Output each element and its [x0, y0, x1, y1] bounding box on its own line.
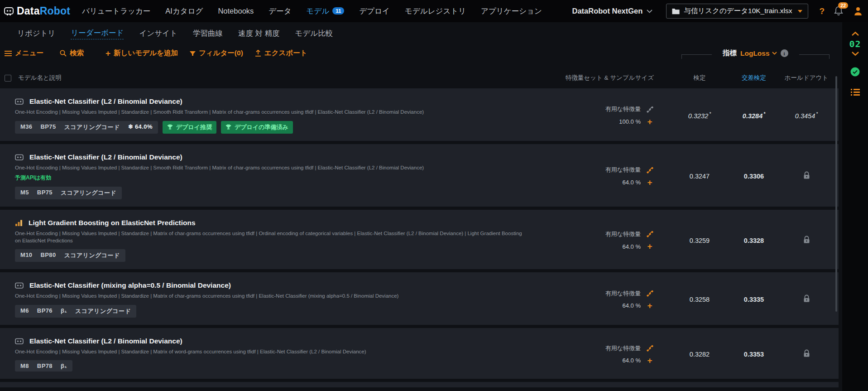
- top-navigation-bar: DataRobot バリュートラッカー AIカタログ Notebooks データ…: [0, 0, 868, 22]
- nav-notebooks[interactable]: Notebooks: [218, 7, 254, 15]
- metric-selector[interactable]: LogLoss: [740, 49, 777, 58]
- model-title: Elastic-Net Classifier (L2 / Binomial De…: [29, 337, 182, 345]
- filter-button[interactable]: フィルター(0): [190, 48, 243, 58]
- model-row[interactable]: Elastic-Net Classifier (L2 / Binomial De…: [0, 144, 839, 207]
- worker-decrease-icon[interactable]: [851, 51, 859, 56]
- tab-insights[interactable]: インサイト: [139, 29, 177, 39]
- model-tags-pill: M36BP75スコアリングコード❄ 64.0%: [15, 121, 158, 134]
- featurelist-branch-icon[interactable]: [647, 167, 653, 174]
- nav-data[interactable]: データ: [269, 6, 291, 16]
- robot-logo-icon: [4, 6, 14, 16]
- pill-item: M6: [20, 307, 29, 315]
- project-name: 与信リスクのデータ10K_train.xlsx: [684, 6, 792, 16]
- featurelist-name[interactable]: 有用な特徴量: [605, 164, 641, 176]
- cross-validation-score: 0.3335: [734, 296, 774, 303]
- metric-label: 指標: [723, 48, 737, 58]
- export-button[interactable]: エクスポート: [255, 48, 307, 58]
- holdout-column-bracket: [799, 54, 830, 59]
- nav-models[interactable]: モデル11: [307, 6, 345, 16]
- model-title: Elastic-Net Classifier (L2 / Binomial De…: [29, 97, 182, 106]
- featurelist-name[interactable]: 有用な特徴量: [605, 287, 641, 299]
- featurelist-branch-icon[interactable]: [647, 290, 653, 297]
- leaderboard-header: モデル名と説明 特徴量セット & サンプルサイズ 検定 交差検定 ホールドアウト: [0, 71, 839, 85]
- column-cross-validation[interactable]: 交差検定: [734, 74, 774, 82]
- model-title: Light Gradient Boosting on ElasticNet Pr…: [29, 219, 196, 227]
- nav-value-tracker[interactable]: バリュートラッカー: [82, 6, 150, 16]
- pill-item: BP75: [41, 123, 56, 131]
- model-row[interactable]: Elastic-Net Classifier (mixing alpha=0.5…: [0, 272, 839, 325]
- notifications-button[interactable]: 22: [834, 5, 844, 17]
- project-selector[interactable]: 与信リスクのデータ10K_train.xlsx: [666, 4, 808, 19]
- model-title: Elastic-Net Classifier (mixing alpha=0.5…: [29, 281, 231, 290]
- models-count-badge: 11: [332, 7, 344, 14]
- column-holdout[interactable]: ホールドアウト: [774, 74, 839, 82]
- folder-icon: [672, 8, 680, 14]
- menu-button[interactable]: メニュー: [5, 48, 43, 58]
- menu-icon: [5, 51, 12, 56]
- worker-increase-icon[interactable]: [851, 31, 859, 36]
- cross-validation-score: 0.3306: [734, 173, 774, 180]
- tab-leaderboard[interactable]: リーダーボード: [71, 28, 124, 39]
- queue-list-icon[interactable]: [851, 88, 860, 96]
- column-validation[interactable]: 検定: [666, 74, 734, 82]
- model-row[interactable]: Elastic-Net Classifier (L2 / Binomial De…: [0, 328, 839, 379]
- nav-ai-catalog[interactable]: AIカタログ: [165, 6, 203, 16]
- model-row[interactable]: Light Gradient Boosting on ElasticNet Pr…: [0, 210, 839, 269]
- sample-size: 64.0 %: [605, 241, 641, 253]
- sample-size: 64.0 %: [605, 299, 641, 312]
- featurelist-name[interactable]: 有用な特徴量: [605, 228, 641, 240]
- right-sidebar: 02: [842, 22, 868, 391]
- partial-next-row[interactable]: [0, 382, 839, 387]
- model-description: One-Hot Encoding | Missing Values Impute…: [15, 348, 527, 356]
- model-row[interactable]: Elastic-Net Classifier (L2 / Binomial De…: [0, 88, 839, 141]
- pill-item: BP78: [37, 362, 53, 369]
- add-sample-size-icon[interactable]: +: [647, 179, 652, 186]
- search-icon: [60, 50, 67, 57]
- pill-item: M36: [20, 123, 33, 131]
- holdout-lock-icon: [774, 171, 839, 181]
- add-sample-size-icon[interactable]: +: [647, 357, 652, 364]
- pill-item: M10: [20, 251, 33, 260]
- model-description: One-Hot Encoding | Missing Values Impute…: [15, 293, 527, 300]
- featurelist-branch-icon[interactable]: [647, 345, 653, 352]
- validation-score: 0.3282: [666, 351, 734, 358]
- nav-model-registry[interactable]: モデルレジストリ: [405, 6, 466, 16]
- pill-item: スコアリングコード: [61, 189, 116, 197]
- pill-item: β₁: [61, 307, 67, 315]
- add-model-button[interactable]: + 新しいモデルを追加: [106, 48, 178, 58]
- pill-item: ❄ 64.0%: [128, 123, 153, 131]
- tab-repository[interactable]: リポジトリ: [17, 29, 55, 39]
- help-button[interactable]: ?: [819, 6, 825, 16]
- featurelist-branch-icon[interactable]: [647, 231, 653, 237]
- nav-applications[interactable]: アプリケーション: [481, 6, 542, 16]
- select-all-checkbox[interactable]: [5, 75, 11, 82]
- validation-score: 0.3247: [666, 173, 734, 180]
- tab-learning-curves[interactable]: 学習曲線: [193, 29, 223, 39]
- project-caret-icon: [798, 10, 802, 13]
- model-title: Elastic-Net Classifier (L2 / Binomial De…: [29, 153, 182, 161]
- vertical-scrollbar[interactable]: [835, 76, 837, 312]
- datarobot-logo[interactable]: DataRobot: [4, 5, 70, 17]
- add-sample-size-icon[interactable]: +: [647, 118, 652, 125]
- validation-score: 0.3258: [666, 296, 734, 303]
- add-sample-size-icon[interactable]: +: [647, 302, 652, 309]
- nav-deploy[interactable]: デプロイ: [359, 6, 390, 16]
- tab-model-comparison[interactable]: モデル比較: [295, 29, 333, 39]
- metric-info-icon[interactable]: i: [781, 49, 788, 57]
- robot-model-icon: [15, 154, 24, 161]
- model-tags-pill: M5BP75スコアリングコード: [15, 187, 122, 199]
- filter-icon: [190, 51, 196, 56]
- column-featureset[interactable]: 特徴量セット & サンプルサイズ: [541, 74, 666, 82]
- model-description: One-Hot Encoding | Missing Values Impute…: [15, 164, 527, 172]
- tab-speed-vs-accuracy[interactable]: 速度 対 精度: [238, 29, 280, 39]
- pill-item: β₁: [61, 362, 67, 369]
- add-sample-size-icon[interactable]: +: [647, 243, 652, 250]
- featurelist-name[interactable]: 有用な特徴量: [605, 342, 641, 354]
- featurelist-branch-icon[interactable]: [647, 106, 653, 113]
- nextgen-switcher[interactable]: DataRobot NextGen: [572, 7, 652, 15]
- leaderboard-toolbar: メニュー 検索 + 新しいモデルを追加 フィルター(0) エクスポート 指標 L…: [0, 45, 842, 62]
- featurelist-name[interactable]: 有用な特徴量: [605, 103, 641, 115]
- user-profile-button[interactable]: [854, 6, 863, 16]
- tasks-complete-icon[interactable]: [850, 67, 860, 77]
- search-button[interactable]: 検索: [60, 48, 84, 58]
